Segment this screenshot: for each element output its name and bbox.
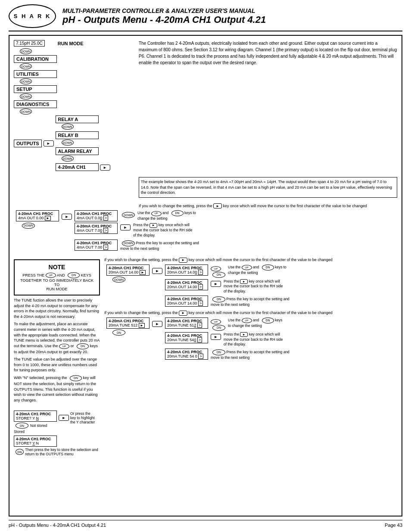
arrow-20ma-r2[interactable]: ►: [211, 281, 221, 287]
calibration-item: CALIBRATION: [14, 55, 57, 63]
tune-left-screens: 4-20mA CH1 PROC 20mA TUNE 512 ► DN: [106, 317, 149, 336]
down-btn-diag[interactable]: DOWN: [20, 109, 32, 115]
down-btn-alarm[interactable]: DOWN: [62, 156, 74, 162]
store-left: 4-20mA CH1 PROC STORE? Y N DN Not stored…: [14, 411, 100, 456]
4ma-mid-arrow: ►: [62, 210, 72, 220]
down-btn-setup[interactable]: DOWN: [20, 93, 32, 100]
store-section: 4-20mA CH1 PROC STORE? Y N DN Not stored…: [14, 411, 397, 456]
down-btn-20ma-l[interactable]: DOWN: [112, 277, 125, 283]
explain-press-once3: Press the ► key once which will move the…: [224, 332, 284, 348]
tune-para1: The TUNE fuction allows the user to prec…: [14, 298, 100, 319]
arrow-tune-r2[interactable]: ►: [211, 334, 221, 340]
store-arrow-btn[interactable]: ►: [59, 415, 69, 421]
4ma-right-screens: 4-20mA CH1 PROC 4mA OUT 0.00 > DOWN Use …: [75, 210, 206, 252]
alarm-relay-item: ALARM RELAY: [56, 147, 99, 155]
utilities-item: UTILITIES: [14, 70, 57, 78]
screen-tune-r1: 4-20mA CH1 PROC 20mA TUNE 512 >: [165, 317, 208, 329]
down-button-top[interactable]: DOWN: [20, 48, 32, 54]
screen-4ma-r2: 4-20mA CH1 PROC 4mA OUT 7.00 >: [75, 223, 118, 234]
20ma-arrow-btn[interactable]: ►: [152, 268, 162, 274]
explain-press-down3: DN Press the key to accept the setting a…: [211, 348, 297, 361]
intro-text: The Controller has 2 4-20mA outputs, ele…: [139, 40, 397, 171]
setup-item: SETUP: [14, 85, 57, 93]
stored-label: Stored: [14, 429, 57, 434]
explain-press-once1: Press the ► key once which will move the…: [133, 223, 193, 238]
down-btn-store2[interactable]: DN: [16, 449, 24, 455]
spacer-left: [14, 177, 134, 198]
down-btn-util[interactable]: DOWN: [20, 78, 32, 84]
example-section: The example below shows the 4-20 mA set …: [14, 177, 397, 198]
screen-4ma-r1: 4-20mA CH1 PROC 4mA OUT 0.00 >: [75, 210, 118, 221]
left-menu: 7.15pH 25.0C RUN MODE DOWN CALIBRATION D…: [14, 40, 134, 171]
20ma-screens-row: 4-20mA CH1 PROC 20mA OUT 14.00 ► DOWN ► …: [106, 264, 397, 308]
down-btn-tune-l[interactable]: DN: [112, 330, 125, 336]
tune-right-screens: 4-20mA CH1 PROC 20mA TUNE 512 > UP DN Us…: [165, 317, 297, 361]
screen-4ma-r3: 4-20mA CH1 PROC 4mA OUT 7.00 >: [75, 240, 118, 251]
tune-mid-arrow: ►: [152, 317, 162, 327]
note-box: NOTE PRESS THE UP AND DN KEYS TOGETHER T…: [14, 259, 100, 296]
down-btn-calib[interactable]: DOWN: [20, 63, 32, 69]
down-btn-20ma-r1[interactable]: DN: [212, 272, 225, 278]
screen-tune-r2: 4-20mA CH1 PROC 20mA TUNE 540 >: [165, 332, 208, 343]
down-btn-store1[interactable]: DN: [16, 423, 28, 429]
relay-b-item: RELAY B: [56, 131, 99, 139]
down-row-top: DOWN: [18, 48, 134, 54]
relay-a-group: RELAY A DOWN: [56, 115, 110, 131]
down-btn-r1[interactable]: DOWN: [122, 212, 135, 218]
not-stored-label: Not stored: [30, 423, 47, 428]
intro-paragraph: The Controller has 2 4-20mA outputs, ele…: [139, 40, 397, 66]
tune-arrow-btn[interactable]: ►: [152, 321, 162, 327]
down-btn-4ma-l[interactable]: DOWN: [22, 223, 35, 229]
manual-title: MULTI-PARAMETER CONTROLLER & ANALYZER US…: [62, 7, 402, 14]
example-text: The example below shows the 4-20 mA set …: [141, 180, 392, 195]
4ma-arrow-btn[interactable]: ►: [62, 214, 72, 220]
setting-text3: If you wish to change the setting, press…: [104, 310, 397, 316]
tune-screens-row: 4-20mA CH1 PROC 20mA TUNE 512 ► DN ► 4-2…: [106, 317, 397, 361]
relay-b-group: RELAY B DOWN: [56, 131, 110, 146]
store-screen1-group: 4-20mA CH1 PROC STORE? Y N DN Not stored…: [14, 411, 57, 434]
note-tune-section: NOTE PRESS THE UP AND DN KEYS TOGETHER T…: [14, 257, 397, 405]
4ma-screens-row: 4-20mA CH1 PROC 4mA OUT 0.00 ► DOWN ► 4-…: [16, 210, 397, 252]
explain-press-once2: Press the ► key once which will move the…: [224, 279, 284, 295]
menu-diagnostics: DIAGNOSTICS DOWN: [14, 100, 134, 115]
down-btn-inline3[interactable]: DN: [212, 349, 225, 355]
top-section: 7.15pH 25.0C RUN MODE DOWN CALIBRATION D…: [14, 40, 397, 171]
outputs-arrow[interactable]: ►: [44, 140, 54, 146]
menu-setup: SETUP DOWN: [14, 85, 134, 100]
down-btn-relaya[interactable]: DOWN: [62, 124, 74, 130]
store-then-label: Then press the key to store the selectio…: [25, 448, 100, 456]
arrow-r2[interactable]: ►: [120, 224, 131, 230]
20ma-right-screens: 4-20mA CH1 PROC 20mA OUT 14.00 > UP DN U…: [165, 264, 297, 308]
relay-a-item: RELAY A: [56, 115, 99, 123]
down-btn-relayb[interactable]: DOWN: [62, 140, 74, 146]
menu-calibration: CALIBRATION DOWN: [14, 55, 134, 69]
store-screen2-group: 4-20mA CH1 PROC STORE? Y N DN Then press…: [14, 436, 100, 456]
setting-text2: If you wish to change the setting, press…: [104, 257, 397, 263]
run-mode-label: RUN MODE: [58, 41, 84, 46]
footer-right: Page 43: [385, 523, 402, 528]
menu-utilities: UTILITIES DOWN: [14, 70, 134, 84]
screen-tune-r3: 4-20mA CH1 PROC 20mA TUNE 54 0 >: [165, 348, 208, 360]
ch1-item: 4-20mA CH1: [56, 163, 99, 171]
screen-20ma-r3: 4-20mA CH1 PROC 20mA OUT 14.00 >: [165, 296, 208, 307]
screen-store-l1: 4-20mA CH1 PROC STORE? Y N: [14, 411, 57, 422]
4ma-left-screens: 4-20mA CH1 PROC 4mA OUT 0.00 ► DOWN: [16, 210, 59, 229]
outputs-section: OUTPUTS ► RELAY A DOWN RELAY B: [14, 115, 134, 171]
down-btn-tune-r1[interactable]: DN: [212, 325, 225, 331]
tune-para2: To make the adjustment, place an accurat…: [14, 321, 100, 355]
store-actions: ► Or press thekey to highlightthe Y char…: [59, 411, 95, 424]
diagnostics-item: DIAGNOSTICS: [14, 100, 57, 108]
down-btn-inline1[interactable]: DOWN: [122, 240, 135, 246]
logo-text: S H A R K: [14, 13, 51, 19]
logo: S H A R K: [9, 4, 56, 28]
ch1-arrow[interactable]: ►: [100, 165, 110, 171]
setting-text-row1: If you wish to change the setting, press…: [14, 203, 397, 209]
header: S H A R K MULTI-PARAMETER CONTROLLER & A…: [9, 4, 402, 31]
down-btn-inline2[interactable]: DN: [212, 296, 225, 302]
alarm-relay-group: ALARM RELAY DOWN: [56, 147, 110, 162]
4ma-section: If you wish to change the setting, press…: [14, 203, 397, 252]
tune-para3: The TUNE value can be adjusted over the …: [14, 357, 100, 373]
footer-left: pH - Outputs Menu - 4-20mA CH1 Output 4.…: [9, 523, 106, 528]
screen-store-l2: 4-20mA CH1 PROC STORE? Y N: [14, 436, 57, 447]
explain-usekeys1: Use the UP and DN keys to change the set…: [137, 210, 198, 221]
